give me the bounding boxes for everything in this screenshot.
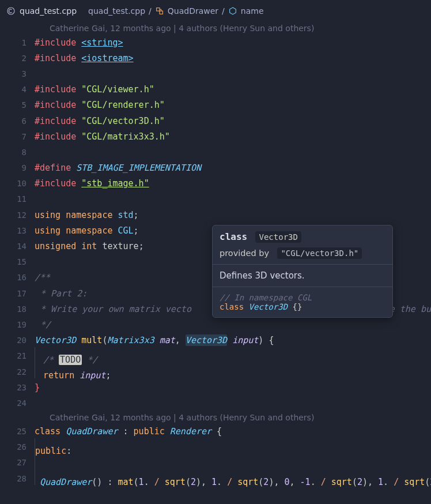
line-number: 15 [0,257,35,266]
code-line[interactable]: 5#include "CGL/renderer.h" [0,97,431,113]
hover-documentation-popup[interactable]: class Vector3D provided by "CGL/vector3D… [212,225,393,318]
line-number: 11 [0,194,35,204]
git-blame-annotation: Catherine Gai, 12 months ago | 4 authors… [0,22,431,35]
breadcrumb-separator: / [149,6,152,16]
code-line[interactable]: 20Vector3D mult(Matrix3x3 mat, Vector3D … [0,333,431,348]
code-line[interactable]: 25class QuadDrawer : public Renderer { [0,424,431,439]
hover-target-type[interactable]: Vector3D [186,334,227,346]
line-number: 6 [0,116,35,126]
cpp-file-icon [6,6,16,16]
code-line[interactable]: 24 [0,395,431,411]
line-number: 4 [0,85,35,94]
line-number: 8 [0,148,35,157]
line-number: 23 [0,383,35,392]
code-line[interactable]: 8 [0,144,431,160]
code-line[interactable]: 7#include "CGL/matrix3x3.h" [0,129,431,144]
line-number: 9 [0,163,35,172]
breadcrumb-separator: / [222,6,225,16]
line-number: 26 [0,442,35,452]
line-number: 19 [0,320,35,329]
code-line[interactable]: 10#include "stb_image.h" [0,176,431,191]
line-number: 18 [0,304,35,314]
breadcrumb-crumb-1[interactable]: QuadDrawer [168,6,218,16]
code-line[interactable]: 11 [0,191,431,207]
breadcrumb-crumb-2[interactable]: name [241,6,264,16]
hover-type-name: Vector3D [255,231,301,243]
hover-provided-label: provided by [220,249,269,258]
line-number: 21 [0,351,35,360]
hover-code-sample: // In namespace CGL class Vector3D {} [213,287,392,317]
line-number: 7 [0,132,35,141]
code-line[interactable]: 4#include "CGL/viewer.h" [0,82,431,97]
code-line[interactable]: 22return input; [0,364,431,379]
line-number: 12 [0,210,35,220]
line-number: 25 [0,427,35,436]
line-number: 2 [0,54,35,63]
code-line[interactable]: 1 #include <string> [0,35,431,50]
hover-kind: class [220,231,247,242]
code-line[interactable]: 21/* TODO */ [0,348,431,364]
class-icon [155,6,164,16]
line-number: 28 [0,474,35,483]
line-number: 20 [0,336,35,345]
code-line[interactable]: 19 */ [0,317,431,332]
svg-rect-1 [156,8,159,11]
line-number: 1 [0,38,35,47]
line-number: 22 [0,367,35,377]
svg-rect-2 [160,11,162,14]
code-line[interactable]: 26public: [0,439,431,455]
code-line[interactable]: 2 #include <iostream> [0,50,431,66]
field-icon [228,6,237,16]
line-number: 14 [0,242,35,251]
line-number: 17 [0,289,35,298]
line-number: 27 [0,458,35,467]
line-number: 10 [0,179,35,188]
breadcrumb-file[interactable]: quad_test.cpp [20,6,77,16]
code-line[interactable]: 23} [0,379,431,395]
breadcrumb-bar: quad_test.cpp quad_test.cpp / QuadDrawer… [0,0,431,22]
line-number: 3 [0,69,35,78]
line-number: 5 [0,100,35,110]
code-line[interactable]: 6#include "CGL/vector3D.h" [0,113,431,129]
code-line[interactable]: 28QuadDrawer() : mat(1. / sqrt(2), 1. / … [0,471,431,486]
code-line[interactable]: 27 [0,455,431,471]
code-line[interactable]: 9#define STB_IMAGE_IMPLEMENTATION [0,160,431,176]
code-line[interactable]: 12using namespace std; [0,207,431,223]
code-editor[interactable]: 1 #include <string> 2 #include <iostream… [0,35,431,486]
line-number: 13 [0,226,35,235]
code-line[interactable]: 3 [0,66,431,81]
hover-provided-path[interactable]: "CGL/vector3D.h" [277,247,362,259]
line-number: 24 [0,398,35,408]
hover-description: Defines 3D vectors. [220,270,305,281]
git-blame-annotation: Catherine Gai, 12 months ago | 4 authors… [0,411,431,424]
breadcrumb-crumb-0[interactable]: quad_test.cpp [88,6,145,16]
line-number: 16 [0,273,35,282]
